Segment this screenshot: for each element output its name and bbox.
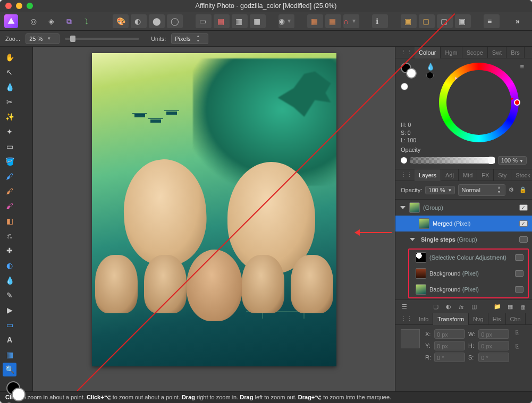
visibility-toggle[interactable]: ✓ <box>519 204 528 211</box>
canvas[interactable] <box>92 53 336 366</box>
s-field[interactable]: 0 ° <box>478 353 509 362</box>
zoom-slider[interactable] <box>65 38 139 40</box>
lock-icon[interactable]: 🔒 <box>519 186 527 194</box>
hue-indicator[interactable] <box>514 99 520 106</box>
opacity-value[interactable]: 100 % ▼ <box>498 156 527 165</box>
window-close-button[interactable] <box>5 3 12 9</box>
tab-histogram[interactable]: Hgm <box>441 47 462 58</box>
colour-wheel[interactable] <box>439 63 519 142</box>
align-button[interactable]: ≡ <box>484 14 500 28</box>
arrange-back-button[interactable]: ▣ <box>455 14 471 28</box>
tab-channels[interactable]: Chn <box>506 313 526 325</box>
selection-invert-button[interactable]: ▤ <box>214 14 230 28</box>
panel-grip-icon[interactable]: ⋮⋮ <box>401 315 412 322</box>
selection-refine-button[interactable]: ▥ <box>232 14 248 28</box>
colour-swatches[interactable] <box>2 381 30 403</box>
opacity-knob[interactable] <box>488 157 494 164</box>
zoom-select[interactable]: 25 % ▼ <box>26 33 60 44</box>
persona-develop-button[interactable]: ⧉ <box>63 14 79 28</box>
crop-tool[interactable]: ✂ <box>3 95 16 109</box>
mask-button[interactable]: ▢ <box>431 302 441 312</box>
window-zoom-button[interactable] <box>27 3 33 9</box>
r-field[interactable]: 0 ° <box>434 353 465 362</box>
node-tool[interactable]: ▶ <box>3 303 16 317</box>
dodge-tool[interactable]: ◐ <box>3 259 16 272</box>
tab-brushes[interactable]: Brs <box>506 47 525 58</box>
quick-mask-button[interactable]: ◉▾ <box>278 14 294 28</box>
visibility-toggle[interactable] <box>515 286 523 293</box>
marquee-tool[interactable]: ▭ <box>3 140 16 153</box>
group-layers-button[interactable]: 📁 <box>493 302 502 312</box>
background-swatch[interactable] <box>12 388 26 401</box>
x-field[interactable]: 0 px <box>434 329 465 339</box>
snap-grid-button[interactable]: ▦ <box>307 14 323 28</box>
text-tool[interactable]: A <box>3 333 16 347</box>
zoom-slider-knob[interactable] <box>70 36 75 42</box>
link-wh-icon[interactable]: ⎘ <box>516 329 519 336</box>
snap-magnet-button[interactable]: ∩▾ <box>343 14 359 28</box>
overflow-button[interactable]: » <box>512 14 528 28</box>
move-tool[interactable]: ↖ <box>3 65 16 79</box>
layer-row-adjustment[interactable]: (Selective Colour Adjustment) <box>409 250 528 265</box>
tab-fx[interactable]: FX <box>477 169 494 181</box>
arrange-forward-button[interactable]: ▢ <box>419 14 435 28</box>
arrange-backward-button[interactable]: ▢ <box>437 14 453 28</box>
crop-layer-button[interactable]: ◫ <box>469 302 479 312</box>
panel-none-swatch[interactable] <box>401 83 408 90</box>
visibility-toggle[interactable]: ✓ <box>519 220 528 227</box>
pixel-brush-tool[interactable]: 🖌 <box>3 184 16 198</box>
blend-mode-select[interactable]: Normal ▲▼ <box>458 184 505 196</box>
add-layer-button[interactable]: ▦ <box>505 302 515 312</box>
zoom-tool[interactable]: 🔍 <box>3 363 16 376</box>
panel-grip-icon[interactable]: ⋮⋮ <box>401 49 412 56</box>
panel-menu-icon[interactable]: ≡ <box>520 63 524 71</box>
visibility-toggle[interactable] <box>519 236 528 243</box>
persona-tone-button[interactable]: ⤵ <box>81 14 97 28</box>
mix-brush-tool[interactable]: 🖌 <box>3 199 16 213</box>
tab-history[interactable]: His <box>488 313 506 325</box>
window-minimize-button[interactable] <box>16 3 22 9</box>
tab-swatches[interactable]: Swt <box>488 47 506 58</box>
tab-transform[interactable]: Transform <box>433 313 469 325</box>
document-viewport[interactable] <box>33 47 395 391</box>
tab-info[interactable]: Info <box>415 313 433 325</box>
units-select[interactable]: Pixels ▲▼ <box>171 33 208 44</box>
panel-bg-swatch[interactable] <box>406 68 417 79</box>
anchor-widget[interactable] <box>401 329 420 348</box>
colour-format-button[interactable]: 🎨 <box>113 14 129 28</box>
selection-grow-button[interactable]: ▦ <box>250 14 266 28</box>
tab-adjustments[interactable]: Adj <box>441 169 459 181</box>
snap-guides-button[interactable]: ▤ <box>325 14 341 28</box>
tab-metadata[interactable]: Mtd <box>459 169 477 181</box>
eyedropper-icon[interactable]: 💧 <box>426 63 435 71</box>
h-field[interactable]: 0 px <box>478 341 509 350</box>
colour-triangle[interactable] <box>438 62 519 142</box>
visibility-toggle[interactable] <box>515 270 523 277</box>
arrange-front-button[interactable]: ▣ <box>401 14 417 28</box>
persona-photo-button[interactable]: ◎ <box>27 14 43 28</box>
w-field[interactable]: 0 px <box>478 329 509 339</box>
erase-brush-tool[interactable]: ◧ <box>3 214 16 228</box>
mesh-warp-tool[interactable]: ▦ <box>3 348 16 362</box>
selection-marquee-button[interactable]: ▭ <box>196 14 212 28</box>
y-field[interactable]: 0 px <box>434 341 465 350</box>
tab-styles[interactable]: Sty <box>494 169 511 181</box>
persona-liquify-button[interactable]: ◈ <box>45 14 61 28</box>
pen-tool[interactable]: ✎ <box>3 288 16 302</box>
view-hand-tool[interactable]: ✋ <box>3 50 16 64</box>
gear-icon[interactable]: ⚙ <box>509 186 516 194</box>
delete-layer-button[interactable]: 🗑 <box>518 302 528 312</box>
panel-grip-icon[interactable]: ⋮⋮ <box>401 172 412 178</box>
link-rs-icon[interactable]: ⎘ <box>516 343 519 349</box>
opacity-slider[interactable] <box>410 157 495 164</box>
layer-row-group[interactable]: (Group) ✓ <box>395 200 532 216</box>
document-colour-button[interactable]: ⬤ <box>149 14 165 28</box>
assistant-button[interactable]: ℹ <box>372 14 388 28</box>
layer-row-merged[interactable]: Merged (Pixel) ✓ <box>395 216 532 231</box>
disclosure-open-icon[interactable] <box>410 238 415 241</box>
selection-brush-tool[interactable]: ✨ <box>3 110 16 124</box>
tab-stock[interactable]: Stock <box>511 169 532 181</box>
layers-opacity-select[interactable]: 100 %▼ <box>425 186 455 194</box>
shape-tool[interactable]: ▭ <box>3 318 16 332</box>
blur-tool[interactable]: 💧 <box>3 273 16 287</box>
